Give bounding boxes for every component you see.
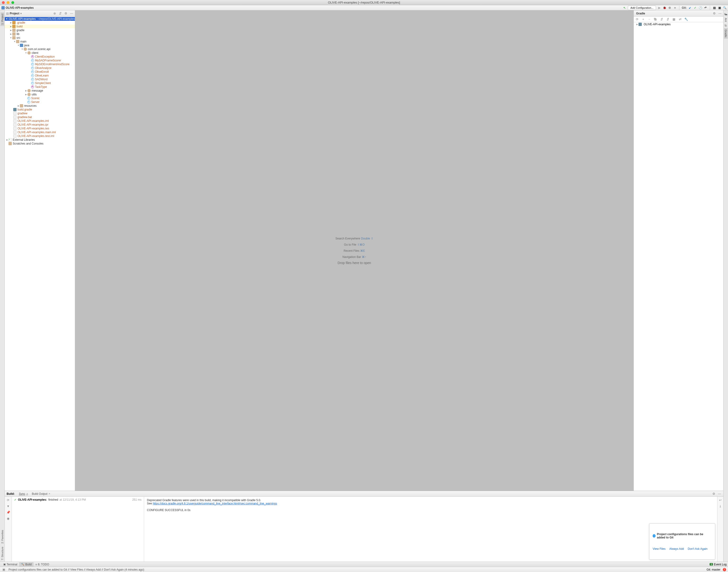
notif-dont-ask[interactable]: Don't Ask Again	[688, 547, 708, 551]
run-icon[interactable]: ▶	[657, 6, 661, 10]
tree-node-class[interactable]: MySADFrameScorer	[5, 59, 75, 62]
build-tree[interactable]: ✓ OLIVE-API-examples: finished at 12/11/…	[12, 497, 144, 562]
collapse-all-icon[interactable]: ⇵	[58, 12, 62, 15]
tree-node-class[interactable]: ClientException	[5, 55, 75, 59]
zoom-window-icon[interactable]	[11, 1, 14, 4]
tab-build[interactable]: 🔨Build	[19, 562, 33, 567]
tree-node-iml-main[interactable]: OLIVE-API-examples.main.iml	[5, 130, 75, 134]
tree-node-class[interactable]: OliveLearn	[5, 74, 75, 77]
tree-node-message[interactable]: ▶message	[5, 89, 75, 92]
build-tab-sync[interactable]: Sync✕	[17, 492, 29, 496]
tool-tab-project[interactable]: 1: Project	[0, 12, 4, 26]
rerun-icon[interactable]: ⟳	[6, 498, 10, 502]
tree-node-main[interactable]: ▼main	[5, 40, 75, 44]
view-selector-icon[interactable]: ▤	[6, 12, 9, 15]
tool-tab-structure[interactable]: 7: Structure	[0, 545, 4, 562]
tree-node-ext-lib[interactable]: ▶External Libraries	[5, 138, 75, 142]
status-window-icon[interactable]: ▣	[2, 568, 6, 572]
scroll-to-end-icon[interactable]: ⤓	[719, 504, 722, 508]
tree-node-gradlew[interactable]: gradlew	[5, 112, 75, 115]
tool-tab-gradle[interactable]: Gradle	[724, 28, 728, 39]
project-view-label[interactable]: Project	[10, 12, 19, 15]
hide-panel-icon[interactable]: —	[70, 12, 73, 15]
ide-scripting-icon[interactable]: ▣	[718, 6, 721, 10]
add-configuration-button[interactable]: Add Configuration...	[628, 6, 656, 10]
breadcrumb-root[interactable]: OLIVE-API-examples	[6, 6, 34, 9]
locate-icon[interactable]: ⊕	[53, 12, 57, 15]
tree-node-lib[interactable]: ▶lib	[5, 32, 75, 36]
expand-all-icon[interactable]: ⇵	[660, 17, 663, 21]
gear-icon[interactable]: ⚙	[712, 12, 716, 15]
tree-node-class[interactable]: OliveAnalyze	[5, 66, 75, 70]
tree-node-root[interactable]: ▼OLIVE-API-examples~/repos/OLIVE-API-exa…	[5, 17, 75, 21]
warning-icon[interactable]: !	[723, 568, 726, 571]
tree-node-class[interactable]: OliveEnroll	[5, 70, 75, 74]
debug-icon[interactable]: 🐞	[663, 6, 666, 10]
wrench-icon[interactable]: 🔧	[684, 17, 688, 21]
notif-view-files[interactable]: View Files	[653, 547, 665, 551]
minimize-window-icon[interactable]	[7, 1, 9, 4]
plus-icon[interactable]: +	[641, 17, 645, 21]
refresh-icon[interactable]: ⟳	[635, 17, 639, 21]
tool-tab-ant[interactable]: Ant	[724, 16, 728, 23]
hide-panel-icon[interactable]: —	[718, 12, 722, 15]
tree-node-build-gradle[interactable]: build.gradle	[5, 108, 75, 112]
chevron-down-icon[interactable]: ▾	[20, 12, 22, 15]
gradle-root-node[interactable]: ▶ OLIVE-API-examples	[634, 22, 723, 26]
dependencies-icon[interactable]: ▦	[672, 17, 676, 21]
git-history-icon[interactable]: 🕑	[699, 6, 702, 10]
coverage-icon[interactable]: ⬢	[668, 6, 671, 10]
tree-node-class[interactable]: TaskType	[5, 85, 75, 89]
search-everywhere-icon[interactable]: 🔍	[723, 6, 727, 10]
soft-wrap-icon[interactable]: ↩	[719, 498, 722, 502]
git-commit-icon[interactable]: ✓	[693, 6, 697, 10]
gear-icon[interactable]: ⚙	[712, 492, 716, 496]
tree-node-ipr[interactable]: OLIVE-API-examples.ipr	[5, 123, 75, 127]
tree-node-scratches[interactable]: Scratches and Consoles	[5, 142, 75, 145]
tree-node-gradle-dir[interactable]: ▶.gradle	[5, 21, 75, 24]
tree-node-class[interactable]: MySIDEnrollmentAndScore	[5, 62, 75, 66]
hide-panel-icon[interactable]: —	[718, 492, 721, 496]
docs-link[interactable]: https://docs.gradle.org/4.8.1/userguide/…	[153, 502, 277, 505]
tree-node-java[interactable]: ▼java	[5, 44, 75, 47]
tree-node-iml[interactable]: OLIVE-API-examples.iml	[5, 119, 75, 123]
stop-icon[interactable]: ■	[673, 6, 677, 10]
tree-node-src[interactable]: ▼src	[5, 36, 75, 40]
tab-todo[interactable]: ≡6: TODO	[33, 562, 51, 567]
git-update-icon[interactable]: ↙	[688, 6, 692, 10]
project-structure-icon[interactable]: ▤	[712, 6, 716, 10]
build-tab-output[interactable]: Build Output✕	[30, 492, 52, 496]
tool-tab-favorites[interactable]: 2: Favorites	[0, 528, 4, 545]
git-revert-icon[interactable]: ↶	[704, 6, 708, 10]
tree-node-scenic[interactable]: Scenic	[5, 96, 75, 100]
tree-node-resources[interactable]: ▶resources	[5, 104, 75, 108]
tree-node-class[interactable]: SADWord	[5, 77, 75, 81]
build-console[interactable]: Deprecated Gradle features were used in …	[144, 497, 717, 562]
minus-icon[interactable]: −	[647, 17, 651, 21]
pin-icon[interactable]: 📌	[6, 510, 10, 514]
tree-node-server[interactable]: Server	[5, 100, 75, 104]
tab-terminal[interactable]: ▣Terminal	[1, 562, 19, 567]
collapse-all-icon[interactable]: ⇵	[666, 17, 670, 21]
tree-node-utils[interactable]: ▶utils	[5, 92, 75, 96]
tree-node-iml-test[interactable]: OLIVE-API-examples.test.iml	[5, 134, 75, 138]
tree-node-gradlew-bat[interactable]: gradlew.bat	[5, 115, 75, 119]
build-hammer-icon[interactable]: ↖	[623, 6, 627, 10]
git-branch-indicator[interactable]: Git: master	[707, 568, 720, 571]
tree-node-build-dir[interactable]: ▶build	[5, 24, 75, 28]
event-log-button[interactable]: 1 Event Log	[710, 563, 727, 566]
close-window-icon[interactable]	[2, 1, 5, 4]
editor-area[interactable]: Search Everywhere Double ⇧ Go to File ⇧⌘…	[75, 10, 634, 491]
tree-node-iws[interactable]: OLIVE-API-examples.iws	[5, 127, 75, 130]
offline-mode-icon[interactable]: ⇄	[678, 17, 682, 21]
status-message[interactable]: Project configurations files can be adde…	[8, 568, 144, 571]
notif-always-add[interactable]: Always Add	[669, 547, 684, 551]
tree-node-package[interactable]: ▼com.sri.scenic.api	[5, 47, 75, 51]
filter-icon[interactable]: ▼	[6, 504, 10, 508]
project-tree[interactable]: ▼OLIVE-API-examples~/repos/OLIVE-API-exa…	[5, 16, 75, 491]
tree-node-gradledir[interactable]: ▶gradle	[5, 28, 75, 32]
execute-gradle-icon[interactable]: 🐘	[654, 17, 657, 21]
gear-icon[interactable]: ⚙	[64, 12, 68, 15]
view-icon[interactable]: ◉	[6, 516, 10, 520]
tree-node-class[interactable]: SimpleClient	[5, 81, 75, 85]
